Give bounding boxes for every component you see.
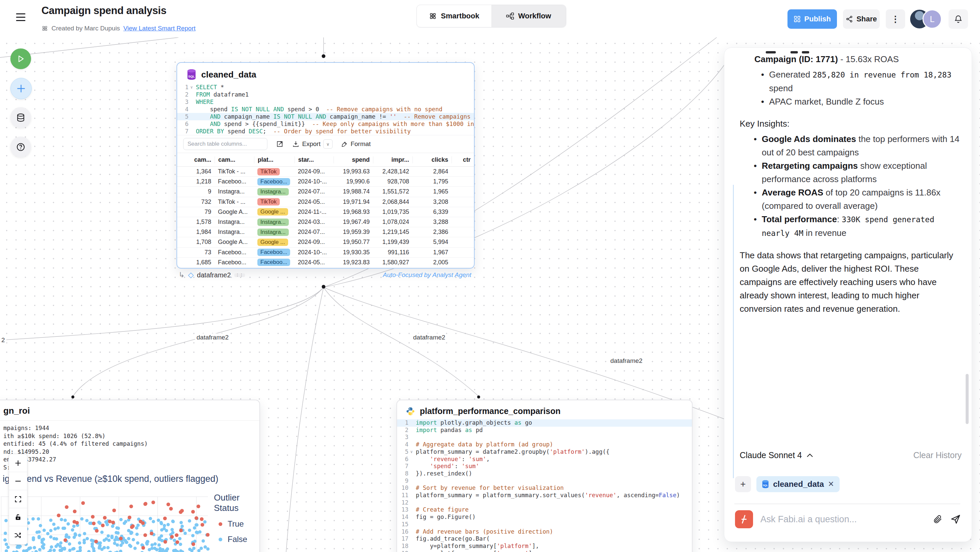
platform-badge: Instagra...	[258, 218, 289, 226]
data-sources-button[interactable]	[10, 107, 31, 128]
legend-false-label[interactable]: False	[228, 535, 247, 544]
chip-label: cleaned_data	[773, 479, 824, 489]
campaign-heading: Campaign (ID: 1771) - 15.63x ROAS	[754, 52, 962, 66]
table-row[interactable]: 73Faceboo...Faceboo...2024-10-...19,930.…	[177, 248, 474, 258]
notifications-button[interactable]	[948, 10, 968, 29]
clear-history-button[interactable]: Clear History	[913, 450, 962, 460]
help-icon	[16, 142, 25, 152]
table-row[interactable]: 79Google A...Google ...2024-11-...19,968…	[177, 207, 474, 217]
table-row[interactable]: 1,364TikTok - ...TikTok2024-09...19,993.…	[177, 167, 474, 177]
output-dataframe-label: dataframe2	[197, 271, 231, 279]
expand-icon	[276, 140, 283, 148]
zoom-out-button[interactable]	[9, 472, 27, 490]
table-row[interactable]: 1,708Google A...Google ...2024-09...19,9…	[177, 237, 474, 247]
legend-true-label[interactable]: True	[228, 519, 243, 529]
column-header[interactable]: star...	[294, 156, 334, 164]
menu-hamburger-icon[interactable]	[16, 13, 25, 21]
table-row[interactable]: 9Instagra...Instagra...2024-07...19,988.…	[177, 187, 474, 197]
model-selector[interactable]: Claude Sonnet 4	[740, 450, 813, 460]
export-button[interactable]: Export ∨	[292, 139, 332, 149]
send-icon[interactable]	[950, 514, 961, 525]
table-row[interactable]: 732TikTok - ...TikTok2024-05...19,971.94…	[177, 197, 474, 207]
expand-table-button[interactable]	[276, 140, 283, 148]
drag-handle-icon[interactable]: ⋮⋮	[234, 273, 245, 277]
scatter-legend: Outlier Status True False	[214, 493, 259, 544]
view-latest-smart-report-link[interactable]: View Latest Smart Report	[123, 25, 196, 32]
python-icon	[406, 407, 415, 416]
dataframe-diamond-icon: ◇	[188, 270, 194, 279]
tab-smartbook[interactable]: Smartbook	[417, 5, 492, 27]
lock-button[interactable]	[9, 508, 27, 526]
search-placeholder: Search table columns...	[188, 141, 247, 147]
column-header[interactable]: cam...	[215, 156, 254, 164]
insight-item: Retargeting campaigns show exceptional p…	[762, 159, 962, 186]
scatter-plot[interactable]	[1, 492, 210, 552]
panel-scrollbar[interactable]	[966, 374, 969, 424]
sql-code-editor[interactable]: 1∨SELECT *2FROM dataframe13WHERE4 spend …	[177, 84, 474, 135]
bullet-item: APAC market, Bundle Z focus	[769, 95, 962, 108]
prev-page-button[interactable]: ‹	[418, 268, 420, 269]
auto-focused-note: Auto-Focused by Analyst Agent	[374, 271, 471, 279]
result-table[interactable]: cam...cam...plat...star...spendimpr...cl…	[177, 153, 474, 268]
attach-icon[interactable]	[933, 514, 943, 524]
node-cleaned-data[interactable]: SQL cleaned_data 1∨SELECT *2FROM datafra…	[177, 62, 475, 269]
column-header[interactable]: spend	[334, 156, 373, 164]
chip-close-icon[interactable]: ✕	[828, 480, 834, 488]
created-by-text: Created by Marc Dupuis	[51, 25, 120, 32]
grid-icon	[794, 15, 801, 23]
platform-badge: TikTok	[258, 168, 280, 175]
workflow-icon	[506, 12, 514, 20]
scatter-title: ign spend vs Revenue (≥$10k spend, outli…	[3, 474, 218, 484]
table-row[interactable]: 1,984Instagra...Instagra...2024-07...19,…	[177, 227, 474, 237]
search-table-columns-input[interactable]: Search table columns...	[183, 138, 267, 150]
chat-input[interactable]: Ask Fabi.ai a question...	[760, 514, 926, 525]
zoom-in-button[interactable]	[9, 454, 27, 472]
tab-workflow[interactable]: Workflow	[492, 5, 566, 27]
column-header[interactable]: plat...	[254, 156, 294, 164]
view-toggle: Smartbook Workflow	[417, 5, 566, 27]
run-workflow-button[interactable]	[10, 48, 31, 69]
more-options-button[interactable]: ⋮	[886, 10, 905, 29]
tab-smartbook-label: Smartbook	[441, 12, 479, 21]
add-node-button[interactable]	[10, 78, 32, 99]
help-button[interactable]	[10, 137, 31, 157]
app-header: Campaign spend analysis Created by Marc …	[0, 0, 980, 37]
message-accent-line	[733, 185, 733, 478]
assistant-paragraph: The data shows that retargeting campaign…	[740, 248, 957, 315]
export-chevron-down-icon[interactable]: ∨	[323, 139, 332, 149]
platform-badge: Instagra...	[258, 229, 289, 236]
table-row[interactable]: 1,218Faceboo...Faceboo...2024-10-...19,9…	[177, 177, 474, 187]
node-title: platform_performance_comparison	[420, 406, 560, 416]
format-button[interactable]: Format	[341, 140, 371, 148]
shuffle-layout-button[interactable]	[9, 526, 27, 544]
context-chip-cleaned-data[interactable]: SQL cleaned_data ✕	[756, 476, 840, 492]
column-header[interactable]: cam...	[177, 156, 215, 164]
python-code-editor[interactable]: 1import plotly.graph_objects as go2impor…	[397, 419, 692, 552]
next-page-button[interactable]: ›	[464, 268, 466, 269]
legend-true-dot	[219, 522, 222, 526]
format-icon	[341, 141, 348, 147]
avatar-initial-label: L	[930, 14, 935, 24]
model-name-label: Claude Sonnet 4	[740, 450, 802, 460]
column-header[interactable]: clicks	[412, 156, 452, 164]
column-header[interactable]: ctr	[452, 156, 474, 164]
share-icon	[846, 15, 853, 23]
table-row[interactable]: 1,685Faceboo...Faceboo...2024-05...19,92…	[177, 258, 474, 268]
platform-badge: TikTok	[258, 198, 280, 205]
add-context-button[interactable]: +	[735, 476, 751, 492]
avatar-initial[interactable]: L	[923, 10, 942, 29]
column-header[interactable]: impr...	[373, 156, 412, 164]
table-row[interactable]: 1,578Instagra...Instagra...2024-03...19,…	[177, 217, 474, 227]
divider	[734, 504, 960, 504]
edge-label-dataframe2: dataframe2	[609, 357, 644, 365]
node-output-chip[interactable]: ↳ ◇ dataframe2 ⋮⋮	[178, 270, 245, 279]
app-window: dataframe2 dataframe2 dataframe2 2 Campa…	[0, 0, 980, 552]
platform-badge: Faceboo...	[258, 178, 290, 185]
edge-label-clipped: 2	[0, 336, 6, 344]
node-platform-performance-comparison[interactable]: platform_performance_comparison 1import …	[396, 399, 692, 552]
publish-button[interactable]: Publish	[788, 10, 837, 29]
share-button[interactable]: Share	[843, 10, 880, 29]
fit-view-button[interactable]	[9, 490, 27, 508]
ai-assistant-panel: Campaign (ID: 1771) - 15.63x ROAS Genera…	[724, 48, 972, 542]
node-campaign-roi[interactable]: gn_roi mpaigns: 1944 ith ≥$10k spend: 10…	[0, 399, 260, 552]
